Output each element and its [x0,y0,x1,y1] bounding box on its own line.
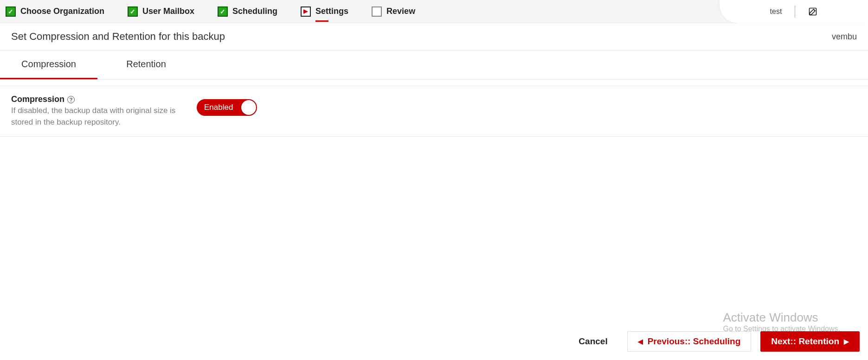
compression-title-row: Compression ? [11,95,197,104]
compression-info: Compression ? If disabled, the backup da… [11,95,197,128]
compression-toggle-wrap: Enabled [197,95,257,116]
compression-title: Compression [11,95,64,104]
wizard-step-settings[interactable]: Settings [301,6,348,17]
cancel-button-label: Cancel [579,336,607,347]
svg-marker-0 [303,9,308,14]
previous-button[interactable]: ◀ Previous:: Scheduling [627,331,752,352]
wizard-step-review[interactable]: Review [372,6,415,17]
compression-description: If disabled, the backup data with origin… [11,105,197,128]
settings-tabs: Compression Retention [0,51,868,80]
play-icon [301,6,311,17]
tab-compression[interactable]: Compression [0,51,97,79]
wizard-step-user-mailbox[interactable]: ✓ User Mailbox [128,6,194,17]
compression-toggle[interactable]: Enabled [197,99,257,116]
check-icon: ✓ [6,6,16,17]
check-icon: ✓ [128,6,138,17]
tab-gap [0,80,868,86]
page-title: Set Compression and Retention for this b… [11,31,225,43]
job-name-text: test [770,7,782,16]
wizard-step-label: Choose Organization [20,6,104,16]
wizard-step-choose-organization[interactable]: ✓ Choose Organization [6,6,104,17]
wizard-step-scheduling[interactable]: ✓ Scheduling [218,6,277,17]
compression-row: Compression ? If disabled, the backup da… [0,86,868,137]
job-name-pill: test [720,0,868,23]
caret-left-icon: ◀ [638,338,643,345]
wizard-step-label: Settings [315,6,348,16]
toggle-knob-icon [241,100,256,115]
wizard-bar: ✓ Choose Organization ✓ User Mailbox ✓ S… [0,0,868,23]
footer-buttons: Cancel ◀ Previous:: Scheduling Next:: Re… [568,331,860,352]
cancel-button[interactable]: Cancel [568,331,617,352]
subheader: Set Compression and Retention for this b… [0,23,868,51]
previous-button-label: Previous:: Scheduling [648,336,741,347]
divider [795,6,795,18]
toggle-label: Enabled [204,103,233,112]
wizard-step-label: User Mailbox [142,6,194,16]
windows-watermark: Activate Windows Go to Settings to activ… [723,310,840,333]
wizard-step-label: Review [386,6,415,16]
edit-icon[interactable] [808,7,817,16]
caret-right-icon: ▶ [844,338,849,345]
watermark-line1: Activate Windows [723,310,840,325]
vendor-label: vembu [832,32,857,42]
wizard-step-label: Scheduling [232,6,277,16]
empty-box-icon [372,6,382,17]
tab-retention[interactable]: Retention [97,51,195,79]
check-icon: ✓ [218,6,228,17]
help-icon[interactable]: ? [67,96,75,103]
next-button[interactable]: Next:: Retention ▶ [760,331,860,352]
svg-rect-1 [810,8,817,15]
next-button-label: Next:: Retention [771,336,839,347]
